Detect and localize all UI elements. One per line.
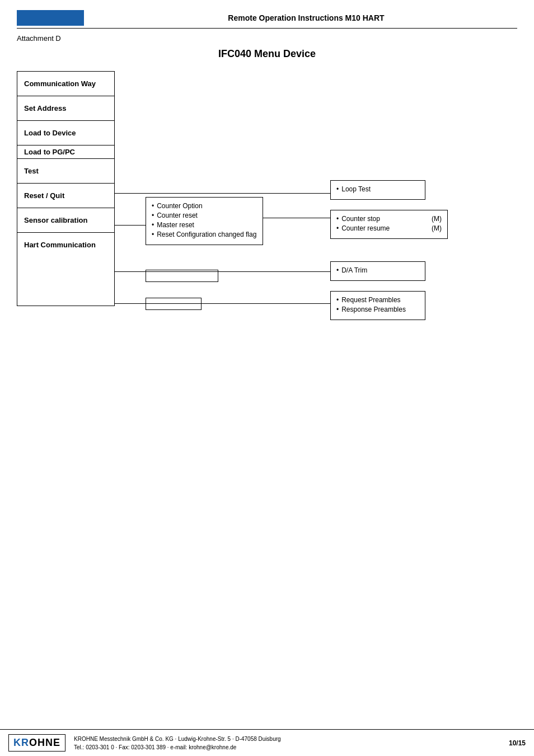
header-blue-bar: [17, 10, 84, 26]
middle-item-counter-option: • Counter Option: [152, 202, 257, 210]
middle-item-master-reset: • Master reset: [152, 221, 257, 229]
middle-item-reset-config-flag: • Reset Configuration changed flag: [152, 231, 257, 238]
connector-reset-left: [115, 225, 146, 226]
footer-page-number: 10/15: [509, 739, 526, 747]
connector-sensor-right: [115, 271, 330, 272]
right-reset-quit-box: • Counter stop (M) • Counter resume (M): [330, 210, 448, 239]
right-item-loop-test: • Loop Test: [336, 185, 419, 193]
middle-item-counter-reset: • Counter reset: [152, 212, 257, 219]
menu-item-load-to-pgpc: Load to PG/PC: [17, 145, 114, 159]
footer-contact-info: KROHNE Messtechnik GmbH & Co. KG · Ludwi…: [74, 735, 509, 752]
left-menu: Communication Way Set Address Load to De…: [17, 71, 115, 306]
diagram-area: Communication Way Set Address Load to De…: [17, 71, 517, 328]
right-item-counter-resume: • Counter resume (M): [336, 224, 442, 232]
right-sensor-cal-box: • D/A Trim: [330, 261, 425, 281]
menu-item-set-address: Set Address: [17, 96, 114, 121]
page-title: IFC040 Menu Device: [0, 48, 534, 60]
attachment-label: Attachment D: [17, 34, 517, 43]
right-item-da-trim: • D/A Trim: [336, 266, 419, 274]
right-item-request-preambles: • Request Preambles: [336, 296, 419, 304]
middle-reset-quit-box: • Counter Option • Counter reset • Maste…: [146, 197, 263, 245]
footer-logo: KROHNE: [8, 734, 65, 752]
right-item-response-preambles: • Response Preambles: [336, 306, 419, 313]
page-footer: KROHNE KROHNE Messtechnik GmbH & Co. KG …: [0, 729, 534, 756]
header-title: Remote Operation Instructions M10 HART: [95, 13, 517, 22]
connector-reset-right: [263, 218, 330, 218]
right-test-box: • Loop Test: [330, 180, 425, 200]
connector-test-right: [115, 193, 330, 194]
menu-item-communication-way: Communication Way: [17, 72, 114, 96]
middle-hart-box: [146, 298, 202, 310]
menu-item-sensor-calibration: Sensor calibration: [17, 208, 114, 233]
menu-item-test: Test: [17, 159, 114, 184]
menu-item-load-to-device: Load to Device: [17, 121, 114, 145]
menu-item-hart-communication: Hart Communication: [17, 233, 114, 257]
connector-hart-right: [115, 303, 330, 304]
menu-item-reset-quit: Reset / Quit: [17, 184, 114, 208]
right-item-counter-stop: • Counter stop (M): [336, 215, 442, 223]
page-header: Remote Operation Instructions M10 HART: [17, 10, 517, 29]
right-hart-box: • Request Preambles • Response Preambles: [330, 291, 425, 320]
